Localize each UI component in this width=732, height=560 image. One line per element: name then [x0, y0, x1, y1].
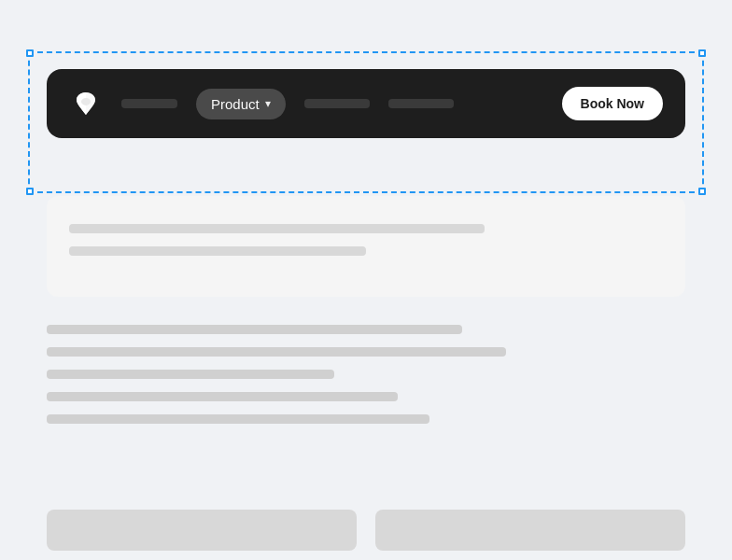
text-line-5: [47, 414, 429, 424]
book-now-button[interactable]: Book Now: [562, 87, 663, 120]
handle-bottom-right[interactable]: [698, 188, 706, 195]
handle-top-right[interactable]: [698, 49, 706, 57]
text-line-3: [47, 370, 334, 379]
card-placeholder: [47, 196, 685, 297]
content-area: [47, 196, 685, 424]
text-lines-section: [47, 325, 685, 424]
product-label: Product: [211, 96, 260, 112]
thumbnail-1: [47, 510, 357, 551]
product-dropdown-button[interactable]: Product ▾: [196, 89, 286, 119]
handle-top-left[interactable]: [26, 49, 34, 57]
navbar: Product ▾ Book Now: [47, 69, 685, 138]
text-line-1: [47, 325, 462, 334]
page-wrapper: Product ▾ Book Now: [0, 0, 732, 560]
handle-bottom-left[interactable]: [26, 188, 34, 195]
thumbnail-2: [375, 510, 685, 551]
logo-icon: [71, 89, 101, 119]
card-line-1: [69, 224, 485, 233]
bottom-thumbnails: [47, 510, 685, 551]
nav-item-placeholder-2: [304, 99, 370, 108]
text-line-2: [47, 347, 506, 357]
logo: [69, 87, 103, 120]
chevron-down-icon: ▾: [265, 97, 271, 110]
nav-item-placeholder-3: [388, 99, 454, 108]
text-line-4: [47, 392, 398, 401]
card-line-2: [69, 246, 366, 256]
nav-item-placeholder-1: [121, 99, 177, 108]
